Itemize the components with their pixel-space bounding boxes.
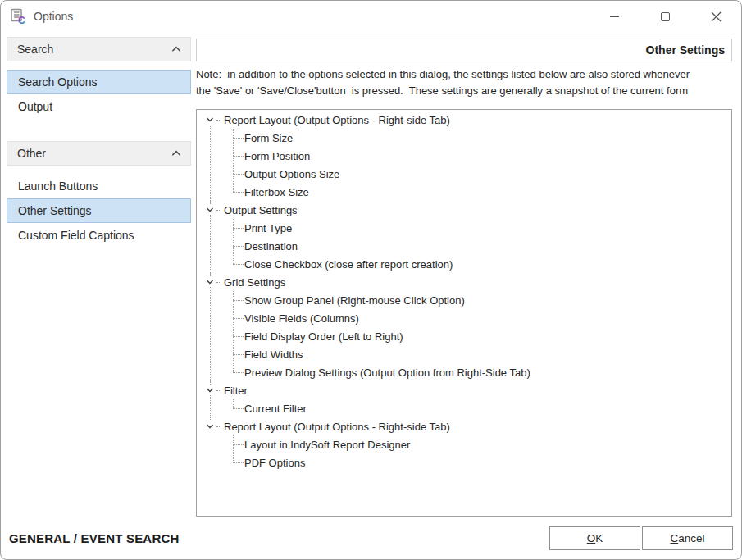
tree-node-grid-settings[interactable]: Grid Settings [205, 273, 725, 291]
ok-button[interactable]: OK [549, 526, 640, 550]
note-text: Note: in addition to the options selecte… [196, 66, 732, 99]
titlebar: C Options [1, 1, 741, 32]
tree-item-label: Field Display Order (Left to Right) [244, 330, 403, 343]
tree-item-layout-in-indysoft-report-designer[interactable]: Layout in IndySoft Report Designer [205, 435, 725, 453]
tree-item-label: Print Type [244, 222, 292, 234]
footer-buttons: OK Cancel [549, 526, 733, 550]
tree-item-label: Close Checkbox (close after report creat… [244, 258, 453, 271]
close-button[interactable] [690, 1, 741, 32]
tree-item-label: Output Options Size [244, 168, 339, 180]
section-header-label: Search [17, 43, 53, 56]
settings-tree: Report Layout (Output Options - Right-si… [196, 109, 732, 517]
sidebar-item-other-settings[interactable]: Other Settings [7, 198, 191, 223]
window-controls [589, 1, 741, 32]
context-label: GENERAL / EVENT SEARCH [9, 531, 180, 545]
tree-connector [216, 390, 221, 391]
sidebar-section-header-other[interactable]: Other [7, 141, 191, 166]
tree-group-report-layout-output-options-right-side-tab: Report Layout (Output Options - Right-si… [205, 417, 725, 471]
tree-connector [216, 426, 221, 427]
tree-connector [216, 120, 221, 121]
tree-item-label: Layout in IndySoft Report Designer [244, 439, 410, 451]
tree-children: Print TypeDestinationClose Checkbox (clo… [205, 219, 725, 273]
tree-expand-toggle[interactable] [205, 421, 215, 431]
tree-item-filterbox-size[interactable]: Filterbox Size [205, 183, 725, 201]
tree-item-current-filter[interactable]: Current Filter [205, 399, 725, 417]
sidebar-item-custom-field-captions[interactable]: Custom Field Captions [7, 223, 191, 248]
tree-item-close-checkbox-close-after-report-creation[interactable]: Close Checkbox (close after report creat… [205, 255, 725, 273]
tree-item-label: Form Position [244, 150, 310, 162]
minimize-icon [610, 16, 619, 17]
chevron-down-icon [205, 277, 215, 287]
tree-group-filter: FilterCurrent Filter [205, 381, 725, 417]
options-dialog: C Options SearchSearch OptionsOutputOthe… [0, 0, 742, 560]
tree-node-label: Filter [224, 385, 248, 397]
tree-item-label: Current Filter [244, 403, 307, 415]
section-header-label: Other [17, 147, 46, 160]
tree-item-field-widths[interactable]: Field Widths [205, 345, 725, 363]
tree-item-print-type[interactable]: Print Type [205, 219, 725, 237]
tree-item-label: PDF Options [244, 457, 305, 469]
sidebar-item-search-options[interactable]: Search Options [7, 70, 191, 94]
cancel-button[interactable]: Cancel [642, 526, 733, 550]
sidebar: SearchSearch OptionsOutputOtherLaunch Bu… [7, 32, 191, 517]
tree-item-show-group-panel-right-mouse-click-option[interactable]: Show Group Panel (Right-mouse Click Opti… [205, 291, 725, 309]
chevron-down-icon [205, 421, 215, 431]
tree-node-label: Report Layout (Output Options - Right-si… [224, 421, 450, 433]
panel-title: Other Settings [646, 43, 725, 57]
window-title: Options [34, 10, 73, 23]
tree-expand-toggle[interactable] [205, 115, 215, 125]
chevron-down-icon [205, 205, 215, 215]
tree-group-output-settings: Output SettingsPrint TypeDestinationClos… [205, 201, 725, 273]
tree-item-form-position[interactable]: Form Position [205, 147, 725, 165]
tree-item-form-size[interactable]: Form Size [205, 129, 725, 147]
tree-item-label: Form Size [244, 132, 293, 144]
tree-item-label: Visible Fields (Columns) [244, 312, 359, 325]
sidebar-item-launch-buttons[interactable]: Launch Buttons [7, 174, 191, 198]
app-icon: C [9, 7, 27, 25]
maximize-button[interactable] [640, 1, 690, 32]
tree-group-grid-settings: Grid SettingsShow Group Panel (Right-mou… [205, 273, 725, 381]
tree-item-visible-fields-columns[interactable]: Visible Fields (Columns) [205, 309, 725, 327]
footer: GENERAL / EVENT SEARCH OK Cancel [1, 517, 741, 559]
sidebar-items: Launch ButtonsOther SettingsCustom Field… [7, 174, 191, 248]
close-icon [711, 11, 722, 22]
tree-children: Form SizeForm PositionOutput Options Siz… [205, 129, 725, 201]
sidebar-items: Search OptionsOutput [7, 70, 191, 119]
tree-item-pdf-options[interactable]: PDF Options [205, 453, 725, 471]
sidebar-section-search: SearchSearch OptionsOutput [7, 37, 191, 119]
tree-node-report-layout-output-options-right-side-tab[interactable]: Report Layout (Output Options - Right-si… [205, 417, 725, 435]
panel-title-bar: Other Settings [196, 39, 732, 61]
dialog-body: SearchSearch OptionsOutputOtherLaunch Bu… [1, 32, 741, 517]
tree-children: Show Group Panel (Right-mouse Click Opti… [205, 291, 725, 381]
chevron-up-icon [171, 43, 182, 55]
tree-connector [216, 210, 221, 211]
tree-item-output-options-size[interactable]: Output Options Size [205, 165, 725, 183]
tree-item-label: Filterbox Size [244, 186, 309, 198]
tree-node-label: Output Settings [224, 204, 298, 216]
tree-item-preview-dialog-settings-output-option-from-right-side-tab[interactable]: Preview Dialog Settings (Output Option f… [205, 363, 725, 381]
tree-node-label: Report Layout (Output Options - Right-si… [224, 114, 450, 126]
tree-expand-toggle[interactable] [205, 277, 215, 287]
tree-node-report-layout-output-options-right-side-tab[interactable]: Report Layout (Output Options - Right-si… [205, 111, 725, 129]
minimize-button[interactable] [589, 1, 640, 32]
tree-expand-toggle[interactable] [205, 205, 215, 215]
maximize-icon [661, 12, 670, 21]
settings-panel: Other Settings Note: in addition to the … [196, 32, 732, 517]
tree-item-destination[interactable]: Destination [205, 237, 725, 255]
tree-item-label: Field Widths [244, 348, 303, 361]
tree-item-label: Preview Dialog Settings (Output Option f… [244, 367, 530, 379]
tree-children: Layout in IndySoft Report DesignerPDF Op… [205, 435, 725, 471]
tree-connector [216, 282, 221, 283]
sidebar-section-header-search[interactable]: Search [7, 37, 191, 61]
tree-node-output-settings[interactable]: Output Settings [205, 201, 725, 219]
sidebar-section-other: OtherLaunch ButtonsOther SettingsCustom … [7, 141, 191, 248]
sidebar-item-output[interactable]: Output [7, 94, 191, 119]
tree-item-field-display-order-left-to-right[interactable]: Field Display Order (Left to Right) [205, 327, 725, 345]
tree-children: Current Filter [205, 399, 725, 417]
tree-node-label: Grid Settings [224, 276, 285, 289]
chevron-up-icon [171, 148, 182, 159]
tree-expand-toggle[interactable] [205, 385, 215, 395]
tree-group-report-layout-output-options-right-side-tab: Report Layout (Output Options - Right-si… [205, 111, 725, 201]
tree-node-filter[interactable]: Filter [205, 381, 725, 399]
chevron-down-icon [205, 115, 215, 125]
